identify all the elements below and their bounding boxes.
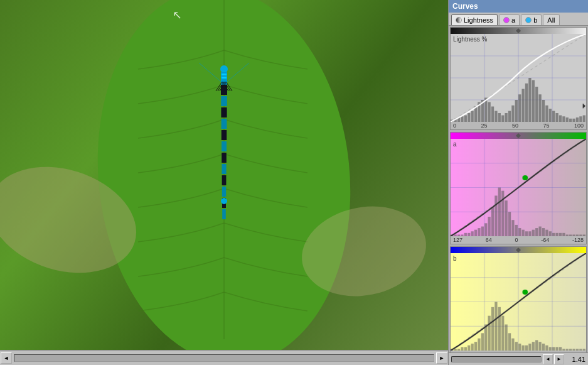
b-dot-icon [525, 17, 532, 23]
tab-all-label: All [547, 16, 555, 24]
lightness-gradient-bar [451, 28, 586, 34]
left-scrollbar[interactable]: ◄ ► [0, 350, 448, 365]
tab-all[interactable]: All [543, 14, 559, 25]
lx-50: 50 [512, 123, 518, 129]
lightness-graph-label: Lightness % [453, 36, 487, 43]
ax-n128: -128 [572, 237, 584, 243]
a-canvas[interactable] [451, 139, 586, 236]
b-gradient-bar [451, 247, 586, 253]
image-area [0, 0, 448, 350]
lx-0: 0 [453, 123, 456, 129]
scroll-right-button[interactable]: ► [436, 352, 447, 364]
tab-a-label: a [511, 16, 515, 24]
a-x-labels: 127 64 0 -64 -128 [451, 236, 586, 244]
b-canvas[interactable] [451, 253, 586, 351]
b-center-marker [516, 248, 521, 253]
curves-tabs: Lightness a b All [449, 13, 588, 26]
tab-lightness-label: Lightness [464, 16, 493, 24]
a-gradient-bar [451, 133, 586, 139]
b-curve-panel: b 127 64 0 -64 -128 [450, 246, 587, 352]
left-section: ◄ ► [0, 0, 448, 365]
bx-0: 0 [515, 351, 518, 352]
right-panel: Curves Lightness a b All Lightness % [448, 0, 588, 365]
a-curve-panel: a 127 64 0 -64 -128 [450, 132, 587, 244]
panel-scroll-right[interactable]: ► [554, 354, 564, 364]
tab-b[interactable]: b [521, 14, 542, 25]
bx-n64: -64 [541, 351, 549, 352]
image-canvas [0, 0, 448, 350]
lx-75: 75 [543, 123, 549, 129]
lightness-graph[interactable]: Lightness % [451, 34, 586, 122]
bx-64: 64 [486, 351, 492, 352]
lx-100: 100 [574, 123, 584, 129]
curves-title: Curves [452, 2, 478, 11]
ax-64: 64 [486, 237, 492, 243]
scroll-track[interactable] [14, 354, 434, 362]
a-graph-label: a [453, 141, 457, 148]
panel-scroll-track[interactable] [451, 356, 542, 362]
curves-panels: Lightness % 0 25 50 75 100 a 127 64 [449, 26, 588, 352]
panel-scroll-left[interactable]: ◄ [543, 354, 553, 364]
lightness-center-marker [516, 28, 521, 33]
b-graph[interactable]: b [451, 253, 586, 351]
bx-n128: -128 [572, 351, 584, 352]
curves-titlebar: Curves [449, 0, 588, 13]
bx-127: 127 [453, 351, 462, 352]
tab-lightness[interactable]: Lightness [451, 14, 498, 25]
scroll-left-button[interactable]: ◄ [1, 352, 12, 364]
b-x-labels: 127 64 0 -64 -128 [451, 351, 586, 352]
zoom-value: 1.41 [565, 356, 585, 363]
ax-127: 127 [453, 237, 462, 243]
a-center-marker [516, 133, 521, 138]
a-dot-icon [503, 17, 510, 23]
b-graph-label: b [453, 255, 457, 262]
ax-0: 0 [515, 237, 518, 243]
lx-25: 25 [481, 123, 487, 129]
lightness-x-labels: 0 25 50 75 100 [451, 122, 586, 129]
tab-a[interactable]: a [499, 14, 520, 25]
lightness-icon [456, 17, 462, 23]
a-graph[interactable]: a [451, 139, 586, 236]
lightness-curve-panel: Lightness % 0 25 50 75 100 [450, 27, 587, 130]
panel-scrollbar: ◄ ► 1.41 [449, 352, 588, 365]
tab-b-label: b [533, 16, 537, 24]
lightness-canvas[interactable] [451, 34, 586, 122]
ax-n64: -64 [541, 237, 549, 243]
